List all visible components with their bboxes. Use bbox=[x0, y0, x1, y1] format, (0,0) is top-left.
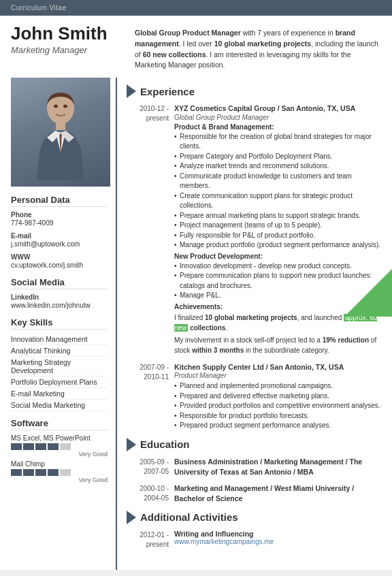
entry-subtitle-npd: New Product Development: bbox=[174, 253, 382, 260]
date-start: 2000-10 - bbox=[140, 485, 169, 492]
add-date-1: 2012-01 - present bbox=[127, 530, 169, 549]
list-item: Manage product portfolio (product segmen… bbox=[174, 240, 382, 251]
entry-company-2: Kitchen Supply Center Ltd / San Antonio,… bbox=[174, 362, 382, 372]
education-title: Education bbox=[140, 438, 190, 450]
cv-label: Curriculum Vitae bbox=[11, 4, 67, 12]
summary-text: Global Group Product Manager with 7 year… bbox=[135, 28, 381, 71]
date-start: 2012-01 - bbox=[140, 531, 169, 539]
social-media-title: Social Media bbox=[11, 277, 108, 289]
edu-content-1: Business Administration / Marketing Mana… bbox=[174, 457, 382, 477]
top-section: John Smith Marketing Manager Global Grou… bbox=[0, 16, 392, 78]
list-item: Analytical Thinking bbox=[11, 345, 108, 357]
bullet-list-ks: Planned and implemented promotional camp… bbox=[174, 381, 382, 431]
svg-point-2 bbox=[54, 105, 58, 108]
key-skills-title: Key Skills bbox=[11, 317, 108, 330]
list-item: Prepare annual marketing plans to suppor… bbox=[174, 211, 382, 221]
name-col: John Smith Marketing Manager bbox=[11, 24, 127, 55]
www-label: WWW bbox=[11, 253, 108, 261]
photo-placeholder bbox=[11, 78, 110, 187]
personal-data-title: Personal Data bbox=[11, 195, 108, 207]
list-item: Create communication support plans for s… bbox=[174, 191, 382, 211]
skill-bar bbox=[60, 443, 71, 450]
additional-arrow bbox=[127, 511, 136, 524]
skill-mc-name: Mail Chimp bbox=[11, 460, 108, 468]
list-item: Marketing Strategy Development bbox=[11, 357, 108, 377]
skill-ms-level: Very Good bbox=[11, 451, 108, 458]
entry-date-1: 2010-12 - present bbox=[127, 103, 169, 355]
education-entry-2: 2000-10 - 2004-05 Marketing and Manageme… bbox=[127, 483, 382, 503]
education-header: Education bbox=[127, 438, 382, 451]
sidebar: Personal Data Phone 774-987-4009 E-mail … bbox=[0, 78, 116, 570]
list-item: Social Media Marketing bbox=[11, 400, 108, 411]
person-title: Marketing Manager bbox=[11, 45, 127, 55]
list-item: Responsible for the creation of global b… bbox=[174, 132, 382, 152]
skill-bar bbox=[11, 443, 22, 450]
list-item: Analyze market trends and recommend solu… bbox=[174, 161, 382, 172]
entry-date-2: 2007-09 - 2010-11 bbox=[127, 362, 169, 431]
list-item: Responsible for product portfolio foreca… bbox=[174, 411, 382, 421]
entry-company-1: XYZ Cosmetics Capital Group / San Antoni… bbox=[174, 103, 382, 114]
education-arrow bbox=[127, 438, 136, 451]
list-item: Innovation development - develop new pro… bbox=[174, 261, 382, 272]
entry-content-2: Kitchen Supply Center Ltd / San Antonio,… bbox=[174, 362, 382, 431]
summary-col: Global Group Product Manager with 7 year… bbox=[135, 24, 381, 71]
skill-bar bbox=[48, 443, 59, 450]
person-name: John Smith bbox=[11, 24, 127, 44]
list-item: Communicate product knowledge to custome… bbox=[174, 172, 382, 191]
skill-mc-bars bbox=[11, 469, 108, 476]
date-end: present bbox=[146, 541, 169, 548]
experience-entry-1: 2010-12 - present XYZ Cosmetics Capital … bbox=[127, 103, 382, 355]
main-body: Personal Data Phone 774-987-4009 E-mail … bbox=[0, 78, 392, 570]
entry-content-1: XYZ Cosmetics Capital Group / San Antoni… bbox=[174, 103, 382, 355]
list-item: Prepare communication plans to support n… bbox=[174, 271, 382, 291]
phone-value: 774-987-4009 bbox=[11, 219, 108, 228]
education-entry-1: 2005-09 - 2007-05 Business Administratio… bbox=[127, 457, 382, 477]
date-end: present bbox=[146, 114, 169, 122]
date-end: 2007-05 bbox=[144, 468, 169, 475]
experience-arrow bbox=[127, 84, 136, 98]
list-item: Prepare Category and Portfolio Deploymen… bbox=[174, 152, 382, 162]
skill-bar bbox=[35, 469, 46, 476]
phone-label: Phone bbox=[11, 211, 108, 219]
experience-header: Experience bbox=[127, 84, 382, 98]
additional-item-title: Writing and Influencing bbox=[174, 530, 382, 538]
list-item: Planned and implemented promotional camp… bbox=[174, 381, 382, 391]
header-bar: Curriculum Vitae bbox=[0, 0, 392, 16]
experience-entry-2: 2007-09 - 2010-11 Kitchen Supply Center … bbox=[127, 362, 382, 431]
skill-ms-bars bbox=[11, 443, 108, 450]
list-item: Prepared product segment performance ana… bbox=[174, 421, 382, 431]
bullet-list-pb: Responsible for the creation of global b… bbox=[174, 132, 382, 251]
skill-ms-office: MS Excel, MS PowerPoint Very Good bbox=[11, 434, 108, 458]
skill-bar bbox=[48, 469, 59, 476]
linkedin-label: LinkedIn bbox=[11, 293, 108, 301]
add-content-1: Writing and Influencing www.mymarketingc… bbox=[174, 530, 382, 549]
list-item: Innovation Management bbox=[11, 334, 108, 345]
date-start: 2010-12 - bbox=[140, 105, 169, 112]
edu-degree-2: Marketing and Management / West Miami Un… bbox=[174, 483, 382, 503]
entry-role-2: Product Manager bbox=[174, 372, 382, 379]
skill-mailchimp: Mail Chimp Very Good bbox=[11, 460, 108, 483]
bullet-list-npd: Innovation development - develop new pro… bbox=[174, 261, 382, 301]
list-item: Manage P&L. bbox=[174, 291, 382, 301]
entry-subtitle-pb: Product & Brand Management: bbox=[174, 123, 382, 131]
additional-title: Additional Activities bbox=[140, 511, 238, 523]
list-item: E-mail Marketing bbox=[11, 388, 108, 400]
skill-bar bbox=[60, 469, 71, 476]
date-end: 2010-11 bbox=[144, 373, 169, 381]
skill-ms-name: MS Excel, MS PowerPoint bbox=[11, 434, 108, 442]
edu-content-2: Marketing and Management / West Miami Un… bbox=[174, 483, 382, 503]
additional-entry-1: 2012-01 - present Writing and Influencin… bbox=[127, 530, 382, 549]
list-item: Provided product portfolios and competit… bbox=[174, 401, 382, 411]
svg-point-3 bbox=[63, 105, 67, 108]
edu-degree-1: Business Administration / Marketing Mana… bbox=[174, 457, 382, 477]
photo-box bbox=[11, 78, 110, 187]
additional-item-link: www.mymarketingcampaings.me bbox=[174, 538, 382, 545]
skill-bar bbox=[23, 469, 34, 476]
date-start: 2007-09 - bbox=[140, 364, 169, 371]
email-label: E-mail bbox=[11, 232, 108, 240]
date-start: 2005-09 - bbox=[140, 458, 169, 466]
email-value: j.smith@uptowork.com bbox=[11, 240, 108, 249]
skill-bar bbox=[35, 443, 46, 450]
additional-header: Additional Activities bbox=[127, 511, 382, 524]
svg-rect-1 bbox=[56, 122, 65, 130]
